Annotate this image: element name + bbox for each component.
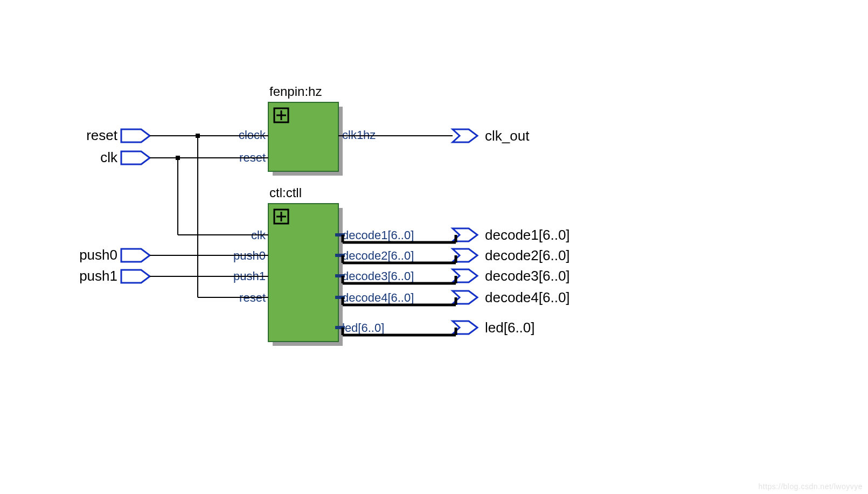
block-ctl-title: ctl:ctll	[269, 185, 302, 200]
output-label-decode1: decode1[6..0]	[485, 227, 570, 243]
input-label-push1: push1	[79, 268, 117, 284]
output-label-decode3: decode3[6..0]	[485, 268, 570, 284]
port-label-decode1: decode1[6..0]	[342, 228, 414, 242]
schematic-diagram: fenpin:hz clock reset clk1hz ctl:ctll cl…	[0, 0, 868, 494]
port-label-decode2: decode2[6..0]	[342, 249, 414, 262]
block-fenpin-title: fenpin:hz	[269, 84, 322, 99]
port-label-decode4: decode4[6..0]	[342, 291, 414, 304]
input-label-reset: reset	[86, 127, 118, 143]
output-label-clkout: clk_out	[485, 128, 530, 144]
input-label-push0: push0	[79, 247, 117, 263]
block-fenpin[interactable]	[268, 102, 338, 171]
output-pin-clkout[interactable]	[453, 129, 477, 142]
port-label-clock: clock	[239, 128, 266, 142]
port-label-clk1hz: clk1hz	[342, 128, 376, 142]
port-label-decode3: decode3[6..0]	[342, 269, 414, 283]
watermark-text: https://blog.csdn.net/lwoyvye	[759, 482, 863, 491]
output-label-led: led[6..0]	[485, 319, 535, 336]
input-pin-push0[interactable]	[121, 249, 150, 262]
junction-dot	[196, 134, 200, 138]
output-label-decode2: decode2[6..0]	[485, 247, 570, 263]
output-label-decode4: decode4[6..0]	[485, 289, 570, 305]
port-label-led: led[6..0]	[342, 321, 384, 335]
junction-dot	[176, 156, 180, 160]
input-pin-reset[interactable]	[121, 129, 150, 142]
input-pin-push1[interactable]	[121, 270, 150, 283]
input-pin-clk[interactable]	[121, 151, 150, 164]
input-label-clk: clk	[100, 149, 118, 165]
